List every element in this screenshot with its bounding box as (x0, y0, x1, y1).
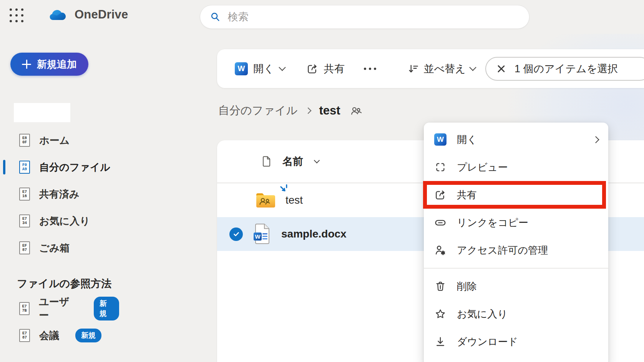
selection-status-pill[interactable]: 1 個のアイテムを選択 (485, 57, 644, 81)
trash-icon (434, 281, 447, 292)
recycle-bin-icon: EF87 (19, 241, 30, 254)
sort-icon (408, 63, 419, 75)
sidebar-item-people[interactable]: E77B ユーザー 新規 (0, 295, 119, 322)
sidebar-item-label: ユーザー (39, 295, 78, 322)
word-icon: W (235, 62, 248, 75)
app-launcher-waffle-icon[interactable] (10, 8, 24, 23)
meetings-nav-icon: E787 (19, 329, 30, 342)
breadcrumb: 自分のファイル test (218, 101, 362, 121)
shared-people-icon (350, 105, 362, 116)
favorites-icon: E734 (19, 214, 30, 227)
people-nav-icon: E77B (19, 302, 30, 315)
my-files-icon: F0A9 (19, 161, 30, 174)
app-title: OneDrive (75, 8, 128, 22)
click-indicator-icon (279, 184, 289, 194)
sidebar-item-label: お気に入り (39, 214, 90, 228)
chevron-down-icon (279, 64, 285, 71)
menu-item-download[interactable]: ダウンロード (424, 328, 608, 355)
file-name: test (285, 194, 303, 206)
link-icon (434, 216, 447, 229)
command-bar: W 開く 共有 並 (217, 49, 644, 88)
shared-icon: E716 (19, 188, 30, 201)
preview-icon (434, 161, 447, 173)
menu-divider (424, 268, 608, 269)
manage-access-icon (434, 244, 447, 256)
menu-item-manage-access[interactable]: アクセス許可の管理 (424, 236, 608, 264)
context-menu: W 開く プレビュー (424, 123, 608, 362)
sidebar-item-home[interactable]: E80F ホーム (0, 127, 119, 154)
home-icon: E80F (19, 134, 30, 147)
sidebar-item-recycle-bin[interactable]: EF87 ごみ箱 (0, 234, 119, 261)
sidebar-nav: E80F ホーム F0A9 自分のファイル E716 共有済み E734 お気に… (0, 127, 119, 261)
menu-item-delete[interactable]: 削除 (424, 272, 608, 300)
new-badge: 新規 (94, 297, 119, 320)
sidebar-item-label: 自分のファイル (39, 161, 110, 174)
selection-count-label: 1 個のアイテムを選択 (515, 62, 618, 76)
open-button[interactable]: W 開く (235, 62, 285, 76)
file-name: sample.docx (281, 228, 347, 240)
share-icon (306, 63, 319, 75)
selected-check-icon[interactable] (229, 227, 243, 241)
onedrive-window: OneDrive 新規追加 E80F ホーム F0A9 自分のファイル (0, 0, 644, 362)
breadcrumb-current: test (319, 104, 340, 118)
new-badge: 新規 (75, 329, 101, 342)
red-highlight-annotation (423, 181, 606, 209)
search-bar[interactable] (200, 5, 529, 29)
word-icon: W (434, 133, 447, 146)
chevron-down-icon (314, 157, 320, 163)
sidebar-item-label: ごみ箱 (39, 241, 70, 255)
sidebar-item-favorites[interactable]: E734 お気に入り (0, 208, 119, 234)
sidebar-blank-tile (14, 103, 70, 122)
sidebar-item-label: 会議 (39, 329, 59, 342)
search-input[interactable] (227, 11, 520, 23)
sidebar-browse-nav: E77B ユーザー 新規 E787 会議 新規 (0, 295, 119, 349)
sidebar-section-header: ファイルの参照方法 (17, 277, 111, 291)
menu-item-favorite[interactable]: お気に入り (424, 300, 608, 328)
breadcrumb-separator-icon (305, 108, 312, 114)
sidebar-item-label: ホーム (39, 134, 70, 147)
sidebar-item-meetings[interactable]: E787 会議 新規 (0, 322, 119, 349)
onedrive-logo: OneDrive (47, 8, 128, 22)
plus-icon (22, 60, 31, 69)
sort-button[interactable]: 並べ替え (408, 62, 475, 76)
breadcrumb-parent[interactable]: 自分のファイル (218, 103, 297, 118)
share-button[interactable]: 共有 (306, 62, 345, 76)
document-icon (261, 155, 272, 168)
menu-item-open[interactable]: W 開く (424, 126, 608, 153)
onedrive-cloud-icon (47, 8, 67, 21)
menu-item-copy-link[interactable]: リンクをコピー (424, 209, 608, 236)
chevron-down-icon (469, 64, 476, 71)
more-commands-button[interactable] (360, 64, 380, 74)
star-icon (434, 308, 447, 320)
menu-item-share[interactable]: 共有 (424, 181, 608, 209)
clear-selection-icon[interactable] (497, 65, 505, 73)
svg-text:W: W (255, 233, 261, 240)
sidebar-item-shared[interactable]: E716 共有済み (0, 181, 119, 208)
sidebar-item-label: 共有済み (39, 188, 80, 201)
add-new-button[interactable]: 新規追加 (10, 53, 88, 76)
search-icon (209, 11, 221, 23)
sidebar-item-my-files[interactable]: F0A9 自分のファイル (0, 154, 119, 181)
share-icon (434, 189, 447, 201)
shared-folder-icon (255, 191, 276, 209)
submenu-chevron-icon (592, 136, 599, 143)
word-file-icon: W (253, 223, 271, 245)
menu-item-preview[interactable]: プレビュー (424, 153, 608, 181)
download-icon (434, 336, 447, 347)
